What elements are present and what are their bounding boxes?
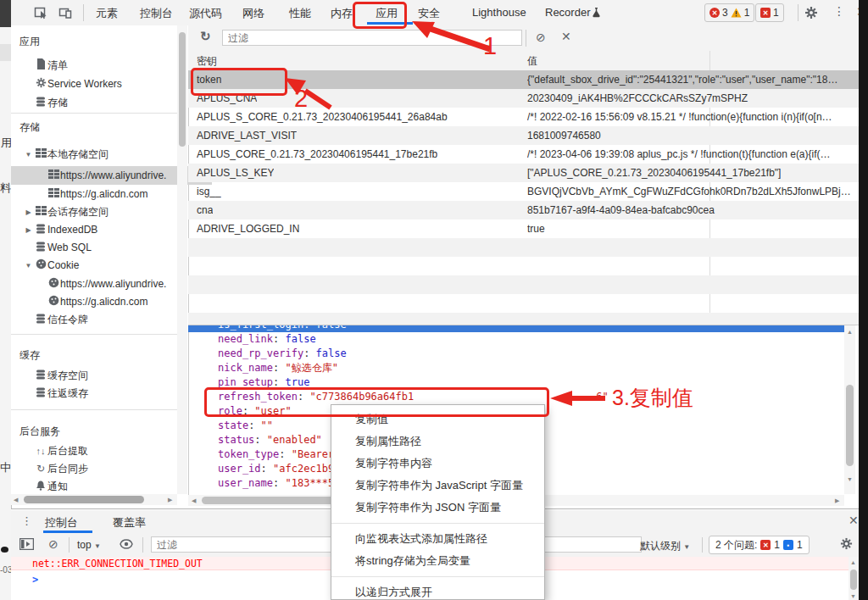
sidebar-hscrollbar[interactable]: ◀ ▶ [11, 494, 177, 505]
console-issues-badge[interactable]: 2 个问题: ✕ 1 ▪ 1 [709, 536, 810, 554]
sidebar-divider [11, 334, 187, 335]
preview-vscrollbar[interactable]: ▲ ▼ [844, 325, 855, 494]
json-line-refresh-token[interactable]: refresh_token: "c773864b96a64fb16" [188, 390, 844, 404]
table-row-token[interactable]: token {"default_sbox_drive_id":"25441321… [188, 70, 859, 89]
chevron-down-icon[interactable]: ▼ [23, 262, 34, 269]
column-header-key[interactable]: 密钥 [197, 54, 217, 69]
tab-console[interactable]: 控制台 [140, 6, 173, 21]
tab-network[interactable]: 网络 [242, 6, 264, 21]
close-drawer-icon[interactable]: ✕ [849, 514, 859, 527]
console-messages-badge[interactable]: ✕ 3 1 [704, 3, 754, 22]
sidebar-vscrollbar[interactable] [177, 25, 187, 494]
device-toolbar-icon[interactable] [58, 6, 72, 22]
console-settings-gear-icon[interactable] [840, 537, 853, 553]
context-selector[interactable]: top ▼ [77, 539, 101, 551]
sidebar-item-cache-storage[interactable]: 缓存空间 [11, 366, 188, 385]
menu-item-copy-as-json-literal[interactable]: 复制字符串作为 JSON 字面量 [331, 497, 544, 519]
eye-icon[interactable] [120, 539, 133, 552]
console-sidebar-toggle-icon[interactable] [19, 538, 34, 553]
json-line[interactable]: need_link: false [188, 332, 844, 347]
menu-item-add-to-watch[interactable]: 向监视表达式添加属性路径 [331, 528, 544, 550]
sidebar-item-indexeddb[interactable]: ▶ IndexedDB [11, 220, 188, 239]
table-row[interactable]: ADRIVE_LOGGED_IN true [188, 219, 859, 238]
tab-security[interactable]: 安全 [418, 6, 440, 21]
clear-console-icon[interactable]: ⊘ [48, 537, 58, 551]
scroll-left-icon[interactable]: ◀ [192, 497, 196, 504]
menu-item-copy-property-path[interactable]: 复制属性路径 [331, 431, 544, 453]
error-count: 3 [722, 7, 728, 19]
console-vscrollbar[interactable]: ▲ ▼ [849, 557, 859, 600]
clear-all-icon[interactable]: ⊘ [536, 31, 546, 44]
sidebar-item-local-storage[interactable]: ▼ 本地存储空间 [11, 145, 188, 164]
sidebar-item-session-storage[interactable]: ▶ 会话存储空间 [11, 203, 188, 221]
devtools-window: 用 料 中 -03 元素 控制台 源代码 网络 性能 内存 应用 安全 Ligh… [0, 0, 868, 600]
settings-gear-icon[interactable] [804, 6, 818, 22]
scrollbar-thumb[interactable] [179, 32, 186, 147]
table-row[interactable]: APLUS_CNA 20230409_iAK4HB%2FCCCkCARsSZy7… [188, 89, 859, 108]
log-level-selector[interactable]: 默认级别 ▼ [640, 539, 690, 553]
sidebar-item-notifications[interactable]: 通知 [11, 477, 188, 496]
menu-item-copy-as-js-literal[interactable]: 复制字符串作为 JavaScript 字面量 [331, 475, 544, 497]
console-prompt-chevron[interactable]: > [32, 574, 38, 586]
tab-recorder[interactable]: Recorder [545, 6, 590, 19]
sidebar-item-cookies[interactable]: ▼ Cookie [11, 256, 188, 275]
table-row[interactable]: cna 851b7167-a9f4-4a09-84ea-bafcabc90cea [188, 201, 859, 219]
issues-badge[interactable]: ✕ 1 [755, 3, 784, 22]
scrollbar-thumb[interactable] [846, 385, 854, 466]
sidebar-item-back-forward-cache[interactable]: 往返缓存 [11, 384, 188, 403]
scroll-right-icon[interactable]: ▶ [835, 497, 839, 504]
menu-item-expand-recursively[interactable]: 以递归方式展开 [331, 581, 544, 600]
tab-lighthouse[interactable]: Lighthouse [472, 6, 526, 19]
tab-application[interactable]: 应用 [376, 6, 398, 21]
chevron-right-icon[interactable]: ▶ [23, 208, 34, 216]
sidebar-item-manifest[interactable]: 清单 [11, 56, 188, 75]
tab-elements[interactable]: 元素 [96, 6, 118, 21]
menu-item-copy-value[interactable]: 复制值 [331, 408, 544, 431]
tab-sources[interactable]: 源代码 [189, 6, 222, 21]
menu-item-copy-string-contents[interactable]: 复制字符串内容 [331, 453, 544, 475]
scroll-up-icon[interactable]: ▲ [850, 559, 856, 565]
flask-icon [591, 7, 602, 21]
json-line[interactable]: pin_setup: true [188, 375, 844, 390]
refresh-icon[interactable]: ↻ [200, 29, 211, 44]
scroll-up-icon[interactable]: ▲ [847, 329, 853, 335]
scrollbar-thumb[interactable] [850, 569, 857, 590]
tab-performance[interactable]: 性能 [289, 6, 311, 21]
scroll-down-icon[interactable]: ▼ [847, 476, 853, 482]
column-header-value[interactable]: 值 [527, 54, 537, 69]
sidebar-item-storage-clear[interactable]: 存储 [11, 93, 188, 112]
sidebar-item-websql[interactable]: Web SQL [11, 238, 188, 257]
sidebar-item-label: https://g.alicdn.com [60, 296, 147, 308]
table-row[interactable]: APLUS_LS_KEY ["APLUS_CORE_0.21.73_202304… [188, 164, 859, 182]
storage-toolbar: ↻ ⊘ ✕ [188, 25, 859, 52]
storage-table: token {"default_sbox_drive_id":"25441321… [188, 70, 859, 325]
kebab-menu-icon[interactable]: ⋮ [833, 4, 845, 18]
sidebar-item-trust-tokens[interactable]: 信任令牌 [11, 310, 188, 329]
json-line[interactable]: nick_name: "鲸选仓库" [188, 361, 844, 375]
table-row[interactable]: ADRIVE_LAST_VISIT 1681009746580 [188, 126, 859, 145]
scroll-right-icon[interactable]: ▶ [168, 497, 172, 503]
delete-selected-icon[interactable]: ✕ [561, 30, 571, 43]
sidebar-item-background-sync[interactable]: ↻ 后台同步 [11, 459, 188, 478]
sidebar-item-background-fetch[interactable]: ↑↓ 后台提取 [11, 442, 188, 460]
table-row[interactable]: APLUS_CORE_0.21.73_20230406195441_17be21… [188, 145, 859, 164]
storage-filter-input[interactable] [222, 30, 522, 46]
chevron-right-icon[interactable]: ▶ [23, 226, 34, 234]
scroll-down-icon[interactable]: ▼ [850, 593, 856, 599]
drawer-tab-console[interactable]: 控制台 [45, 515, 78, 531]
table-row-empty [188, 313, 859, 325]
sidebar-item-service-workers[interactable]: Service Workers [11, 75, 188, 93]
table-row[interactable]: APLUS_S_CORE_0.21.73_20230406195441_26a8… [188, 108, 859, 126]
menu-item-store-as-global[interactable]: 将string存储为全局变量 [331, 550, 544, 572]
tab-memory[interactable]: 内存 [331, 6, 353, 21]
table-row[interactable]: isg__ BGVIQjVCbVb_AYmK_CgFWuZFdCGfohk0RD… [188, 182, 859, 201]
scroll-left-icon[interactable]: ◀ [14, 497, 18, 503]
chevron-down-icon[interactable]: ▼ [23, 151, 34, 158]
cell-key: APLUS_LS_KEY [197, 167, 274, 179]
kebab-menu-icon[interactable]: ⋮ [21, 514, 32, 527]
json-line-selected[interactable]: is_first_login: false [188, 325, 844, 332]
inspect-element-icon[interactable] [34, 6, 47, 22]
drawer-tab-coverage[interactable]: 覆盖率 [113, 515, 146, 531]
scrollbar-thumb[interactable] [24, 496, 144, 503]
json-line[interactable]: need_rp_verify: false [188, 347, 844, 361]
